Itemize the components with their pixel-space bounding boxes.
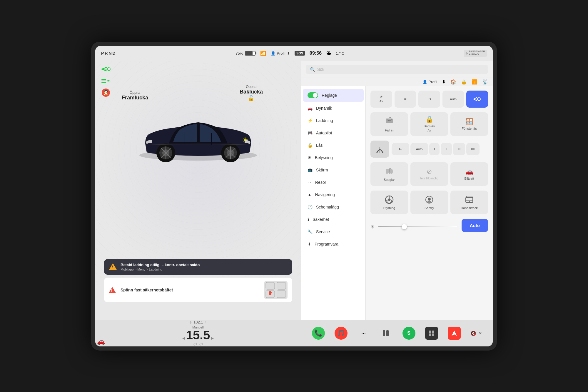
menu-item-sakerhet[interactable]: ℹ Säkerhet [303,213,364,225]
wiper-speed-4[interactable]: IIII [466,143,479,155]
person-icon: 👤 [422,80,427,84]
wiper-top-row: Av Auto I II [392,143,488,155]
menu-item-belysning[interactable]: ☀ Belysning [303,152,364,164]
profile-item[interactable]: 👤 Profil [422,80,437,84]
profile-badge[interactable]: 👤 Profil ⬇ [271,51,290,56]
menu-item-reglage[interactable]: Reglage [303,89,364,102]
wave-icon: 〰 [308,180,312,185]
car-bottom-icon: 🚗 [97,338,105,345]
menu-label-service: Service [316,229,330,234]
gear-info: Manuell ◀ 15.5 ▶ ⏎ ⏎ [182,326,214,346]
svg-rect-47 [432,333,434,336]
media-play-button[interactable] [380,327,393,340]
phone-button[interactable]: 📞 [312,327,325,340]
grid-app-button[interactable] [425,327,438,340]
menu-item-schemalägg[interactable]: 🕐 Schemalägg [303,201,364,213]
svg-rect-45 [432,331,434,333]
door-btn-fall-in[interactable]: Fäll in [370,112,408,136]
menu-item-dynamik[interactable]: 🚗 Dynamik [303,102,364,114]
mirror-btn-carwash[interactable]: 🚗 Biltvatt [450,162,488,186]
volume-x-label: ✕ [479,331,482,336]
warning-triangle-icon [109,263,117,270]
wiper-btn-wiper[interactable] [370,141,389,158]
light-btn-av[interactable]: ☀ Av [370,91,392,108]
spotify-button[interactable]: S [402,327,415,340]
menu-item-programvara[interactable]: ⬇ Programvara [303,238,364,250]
unavailable-icon: ⊘ [427,168,432,176]
wiper-av-btn[interactable]: Av [392,143,409,155]
seatbelt-warning-icon: 🧑‍🦱 [100,88,112,97]
apps-button[interactable]: ··· [357,327,370,340]
mirror-btn-unavailable[interactable]: ⊘ Inte tillgänglig [410,162,448,186]
auto-climate-button[interactable]: Auto [462,219,488,232]
nav-app-button[interactable] [448,327,461,340]
light-btn-auto[interactable]: Auto [442,91,464,108]
svg-rect-43 [386,330,389,336]
svg-line-34 [390,200,392,201]
search-icon: 🔍 [310,67,315,72]
search-input[interactable]: 🔍 Sök [306,65,488,74]
menu-item-las[interactable]: 🔒 Lås [303,139,364,151]
left-panel: 🧑‍🦱 Öppna Framlucka Öppna Baklucka 🔓 [95,61,301,320]
door-btn-barnlas[interactable]: 🔒 Barnlås Av [410,112,448,136]
charging-warning-card: Betald laddning otillg. – kontr. obetalt… [104,259,292,275]
search-bar: 🔍 Sök [301,61,493,78]
menu-item-skarm[interactable]: 📺 Skärm [303,164,364,176]
speed-arrow-right: ▶ [211,336,214,340]
menu-item-resor[interactable]: 〰 Resor [303,176,364,188]
gear-icons: ⏎ ⏎ [193,342,203,346]
svg-point-0 [107,68,110,71]
music-info: ♪ 102.1 ↑ [190,320,206,324]
carwash-icon: 🚗 [465,168,473,176]
settings-menu: Reglage 🚗 Dynamik ⚡ Laddning 🎮 Au [301,86,366,320]
lights-row: ☀ Av ≋ ID Auto [370,91,488,108]
menu-label-sakerhet: Säkerhet [313,217,329,222]
nav-icon: ▲ [308,192,312,197]
bottom-taskbar: 📞 🎵 ··· S [301,327,493,340]
music-app-icon: 🎵 [337,329,345,337]
music-station: 102.1 [193,320,203,324]
steering-styrning-label: Styrning [383,206,395,210]
door-fonsterlås-label: Fönsterlås [462,127,477,130]
temperature-display: 17°C [336,51,344,56]
charging-warning-subtitle: Mobilapp > Meny > Laddning [121,268,288,271]
light-btn-id[interactable]: ID [418,91,440,108]
brightness-slider[interactable] [378,226,457,227]
lock-icon-bar: 🔒 [461,79,467,85]
wiper-auto-btn[interactable]: Auto [410,143,428,155]
download-icon: ⬇ [287,51,290,56]
charging-warning-title: Betald laddning otillg. – kontr. obetalt… [121,263,288,267]
door-btn-fonsterlås[interactable]: 🪟 Fönsterlås [450,112,488,136]
apps-icon: ··· [361,330,366,336]
main-content: 🧑‍🦱 Öppna Framlucka Öppna Baklucka 🔓 [95,61,493,320]
menu-item-navigering[interactable]: ▲ Navigering [303,189,364,201]
sos-badge: SOS [295,51,305,56]
wiper-speed-1[interactable]: I [429,143,440,155]
screen-frame: PRND 75% 📶 👤 Profil ⬇ SOS 09:56 🌥 17°C [91,42,497,351]
framlucka-prefix: Öppna [122,91,148,95]
wiper-auto-label: Auto [416,147,423,151]
steering-btn-styrning[interactable]: Styrning [370,191,408,214]
seatbelt-warning-triangle [109,287,116,293]
wrench-icon: 🔧 [308,229,313,234]
music-app-button[interactable]: 🎵 [335,327,348,340]
wiper-speed-2[interactable]: II [441,143,452,155]
settings-area: Reglage 🚗 Dynamik ⚡ Laddning 🎮 Au [301,86,493,320]
wiper-speed-3[interactable]: III [453,143,465,155]
menu-item-service[interactable]: 🔧 Service [303,226,364,238]
seatbelt-card: Spänn fast säkerhetsbältet [104,278,292,302]
steering-btn-handskfack[interactable]: Handskfack [450,191,488,214]
menu-item-autopilot[interactable]: 🎮 Autopilot [303,127,364,139]
window-lock-icon: 🪟 [465,118,473,126]
light-btn-parking[interactable]: ≋ [395,91,416,108]
menu-item-laddning[interactable]: ⚡ Laddning [303,115,364,126]
wiper-av-label: Av [399,147,402,151]
steering-btn-sentry[interactable]: Sentry [410,191,448,214]
passenger-airbag-indicator: ⊙ PASSENGERAIRBAG [464,50,487,57]
light-btn-active[interactable] [466,91,488,108]
airbag-icon: ⊙ [465,52,468,55]
wiper-speed-2-label: II [445,147,447,151]
auto-brightness-row: ☀ Auto [370,219,488,235]
brightness-control: ☀ [370,221,457,233]
mirror-btn-speglar[interactable]: Speglar [370,162,408,186]
